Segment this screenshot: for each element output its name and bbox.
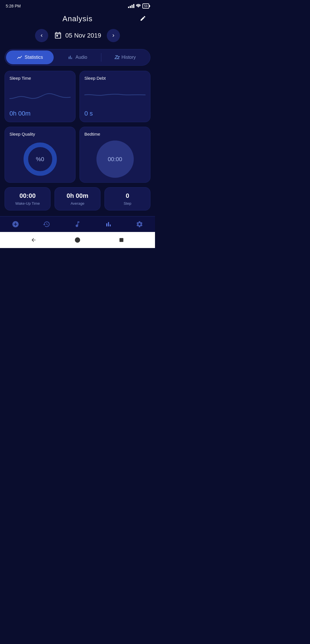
header: Analysis: [0, 10, 155, 26]
sleep-debt-chart: [84, 83, 146, 107]
bottom-stats-row: 00:00 Wake-Up Time 0h 00m Average 0 Step: [0, 187, 155, 216]
battery-icon: 59: [142, 3, 149, 9]
bedtime-card: Bedtime 00:00: [80, 127, 150, 183]
average-value: 0h 00m: [67, 192, 88, 200]
chart-line-icon: [17, 54, 22, 60]
page-title: Analysis: [63, 14, 93, 23]
zzz-icon: Zz: [115, 54, 119, 61]
date-text: 05 Nov 2019: [65, 32, 101, 39]
tab-history-label: History: [121, 55, 136, 60]
android-back-button[interactable]: [28, 235, 39, 245]
sleep-time-value: 0h 00m: [9, 110, 71, 117]
nav-add[interactable]: [12, 220, 19, 228]
sleep-debt-title: Sleep Debt: [84, 76, 146, 81]
svg-point-2: [75, 238, 80, 243]
sleep-debt-card: Sleep Debt 0 s: [80, 71, 150, 122]
bedtime-title: Bedtime: [84, 132, 100, 136]
wakeup-time-card: 00:00 Wake-Up Time: [5, 187, 51, 210]
bedtime-value: 00:00: [108, 156, 122, 163]
stats-icon: [105, 220, 112, 228]
tab-audio-label: Audio: [75, 55, 87, 60]
sleep-quality-value: %0: [36, 156, 44, 163]
prev-date-button[interactable]: [35, 29, 48, 42]
next-date-button[interactable]: [107, 29, 120, 42]
quality-row: Sleep Quality %0 Bedtime 00:00: [0, 127, 155, 187]
nav-settings[interactable]: [136, 220, 143, 228]
edit-button[interactable]: [138, 13, 148, 24]
tab-audio[interactable]: Audio: [54, 50, 101, 64]
step-label: Step: [124, 201, 131, 206]
svg-rect-3: [120, 238, 124, 242]
average-label: Average: [71, 201, 84, 206]
nav-history[interactable]: [43, 220, 50, 228]
music-icon: [74, 220, 81, 228]
bar-chart-icon: [67, 54, 73, 60]
calendar-icon: [54, 32, 62, 40]
sleep-time-chart: [9, 83, 71, 107]
step-value: 0: [126, 192, 129, 200]
status-icons: 59: [128, 3, 149, 9]
stats-grid: Sleep Time 0h 00m Sleep Debt 0 s: [0, 71, 155, 127]
nav-music[interactable]: [74, 220, 81, 228]
sleep-time-card: Sleep Time 0h 00m: [5, 71, 75, 122]
plus-circle-icon: [12, 220, 19, 228]
history-icon: [43, 220, 50, 228]
status-time: 5:28 PM: [6, 4, 21, 8]
status-bar: 5:28 PM 59: [0, 0, 155, 10]
sleep-quality-title: Sleep Quality: [9, 132, 35, 136]
sleep-quality-card: Sleep Quality %0: [5, 127, 75, 183]
wakeup-time-label: Wake-Up Time: [15, 201, 40, 206]
sleep-time-title: Sleep Time: [9, 76, 71, 81]
signal-icon: [128, 4, 134, 8]
sleep-debt-value: 0 s: [84, 110, 146, 117]
gear-icon: [136, 220, 143, 228]
bottom-nav: [0, 216, 155, 232]
tab-statistics-label: Statistics: [25, 55, 43, 60]
current-date: 05 Nov 2019: [54, 32, 101, 40]
android-home-button[interactable]: [72, 235, 83, 245]
step-card: 0 Step: [104, 187, 150, 210]
tab-statistics[interactable]: Statistics: [6, 50, 54, 64]
wakeup-time-value: 00:00: [20, 192, 36, 200]
bedtime-circle: 00:00: [96, 140, 134, 178]
average-card: 0h 00m Average: [55, 187, 100, 210]
android-recents-button[interactable]: [116, 235, 127, 245]
android-nav-bar: [0, 232, 155, 248]
date-navigation: 05 Nov 2019: [0, 26, 155, 47]
nav-stats[interactable]: [105, 220, 112, 228]
tab-history[interactable]: Zz History: [101, 50, 149, 64]
sleep-quality-donut: %0: [22, 140, 59, 178]
wifi-icon: [136, 4, 141, 9]
tab-bar: Statistics Audio Zz History: [5, 49, 150, 66]
